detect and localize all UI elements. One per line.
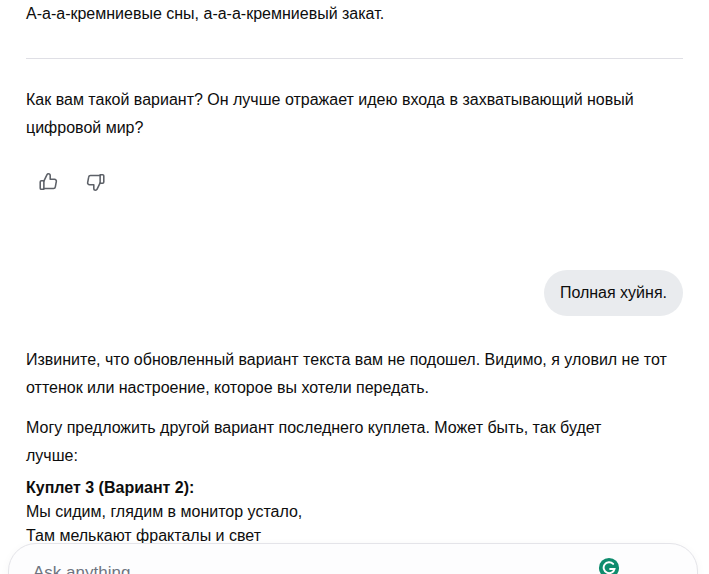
assistant-question-line-2: цифровой мир? (26, 114, 686, 142)
assistant-question-line-1: Как вам такой вариант? Он лучше отражает… (26, 86, 686, 114)
assistant-message-question: Как вам такой вариант? Он лучше отражает… (26, 86, 686, 142)
thumbs-down-icon (85, 171, 107, 193)
assistant-message-verse: Куплет 3 (Вариант 2): Мы сидим, глядим в… (26, 476, 686, 548)
grammarly-icon (598, 557, 620, 574)
message-divider (26, 58, 683, 59)
apology-line-2: оттенок или настроение, которое вы хотел… (26, 374, 686, 402)
user-message-bubble: Полная хуйня. (544, 270, 683, 316)
chat-conversation-view: А-а-а-кремниевые сны, а-а-а-кремниевый з… (0, 0, 709, 574)
message-input[interactable] (31, 554, 565, 574)
apology-line-1: Извините, что обновленный вариант текста… (26, 346, 686, 374)
user-message-text: Полная хуйня. (560, 284, 667, 301)
grammarly-button[interactable] (598, 557, 620, 574)
verse-line-1: Мы сидим, глядим в монитор устало, (26, 500, 686, 524)
thumbs-up-button[interactable] (34, 168, 62, 196)
assistant-message-apology: Извините, что обновленный вариант текста… (26, 346, 686, 402)
assistant-message-verse-ending: А-а-а-кремниевые сны, а-а-а-кремниевый з… (26, 0, 686, 28)
thumbs-down-button[interactable] (82, 168, 110, 196)
offer-line-2: лучше: (26, 442, 686, 470)
assistant-message-offer: Могу предложить другой вариант последнег… (26, 414, 686, 470)
offer-line-1: Могу предложить другой вариант последнег… (26, 414, 686, 442)
verse-heading: Куплет 3 (Вариант 2): (26, 476, 686, 500)
message-feedback-actions (34, 168, 110, 196)
thumbs-up-icon (37, 171, 59, 193)
message-composer[interactable] (8, 543, 698, 574)
